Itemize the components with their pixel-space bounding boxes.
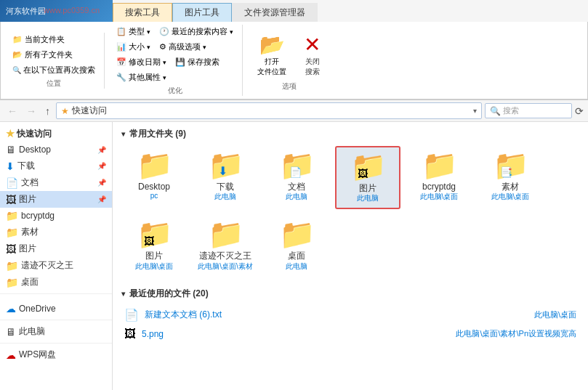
folder-thumbnail: 📁 <box>422 150 456 179</box>
recent-file-name: 新建文本文档 (6).txt <box>145 309 528 321</box>
ribbon-item-modify-date[interactable]: 📅修改日期▾ <box>113 55 169 69</box>
ribbon-item-size[interactable]: 📊大小▾ <box>113 40 153 54</box>
folder-item-material[interactable]: 📁 📑 素材 此电脑\桌面 <box>478 146 543 209</box>
folder-name: 图片 <box>359 183 376 193</box>
tab-file-explorer[interactable]: 文件资源管理器 <box>232 3 318 22</box>
folder-icon: 📁 <box>350 150 387 182</box>
sidebar-item-pictures[interactable]: 🖼 图片 📌 <box>0 191 112 208</box>
recent-files-header[interactable]: ▾ 最近使用的文件 (20) <box>121 288 579 300</box>
ribbon-item-type[interactable]: 📋类型▾ <box>113 25 153 38</box>
sidebar-section-quick-access: ★ 快速访问 <box>0 125 112 142</box>
forward-button[interactable]: → <box>23 104 39 118</box>
folder-icon: 📁 <box>137 218 173 250</box>
pin-icon: 📌 <box>97 179 106 187</box>
folder-thumbnail: 📁 🖼 <box>137 219 172 248</box>
sidebar-item-label: 图片 <box>19 243 36 255</box>
folder-icon: 📁 <box>6 227 18 238</box>
desktop-icon: 🖥 <box>6 144 16 155</box>
search-box[interactable]: 🔍 搜索 <box>485 103 572 118</box>
watermark: www.pc0359.cn <box>44 6 100 15</box>
back-button[interactable]: ← <box>4 104 20 118</box>
folder-thumbnail: 📁 📑 <box>493 150 528 179</box>
folder-path: 此电脑 <box>286 192 307 202</box>
folder-item-ruins[interactable]: 📁 遗迹不灭之王 此电脑\桌面\素材 <box>193 215 258 275</box>
ribbon-item-other-attr[interactable]: 🔧其他属性▾ <box>113 70 169 84</box>
pin-icon: 📌 <box>97 195 106 203</box>
sidebar-item-label: 素材 <box>21 226 39 238</box>
folder-path: 此电脑\桌面 <box>420 192 459 202</box>
folder-item-desktop[interactable]: 📁 Desktop pc <box>121 146 187 209</box>
address-bar[interactable]: ★ 快速访问 ▾ <box>56 102 482 119</box>
folder-thumbnail: 📁 <box>208 219 243 248</box>
folder-name: 图片 <box>145 251 163 261</box>
address-dropdown-icon[interactable]: ▾ <box>473 107 477 115</box>
sidebar-item-desktop2[interactable]: 📁 桌面 <box>0 274 112 291</box>
ribbon-btn-open-location[interactable]: 📂 打开文件位置 <box>251 30 292 80</box>
folder-path: 此电脑 <box>357 193 379 203</box>
doc-overlay-icon: 📄 <box>289 166 302 178</box>
folder-thumbnail: 📁 <box>279 219 314 248</box>
folder-item-pictures2[interactable]: 📁 🖼 图片 此电脑\桌面 <box>121 215 187 275</box>
doc-overlay-icon: 📑 <box>500 166 512 178</box>
ribbon-item-save-search[interactable]: 💾保存搜索 <box>172 55 222 69</box>
sidebar-item-onedrive[interactable]: ☁ OneDrive <box>0 301 112 317</box>
sidebar-item-ruins[interactable]: 📁 遗迹不灭之王 <box>0 257 112 274</box>
folder-name: 素材 <box>502 182 519 192</box>
documents-icon: 📄 <box>6 177 18 189</box>
folder-path: 此电脑\桌面 <box>491 192 530 202</box>
sidebar-item-material[interactable]: 📁 素材 <box>0 224 112 240</box>
recent-file-item-png[interactable]: 🖼 5.png 此电脑\桌面\素材\Pn设置视频宽高 <box>121 325 579 343</box>
sidebar-item-wps-cloud[interactable]: ☁ WPS网盘 <box>0 346 112 363</box>
ribbon-item-current-folder[interactable]: 📁当前文件夹 <box>9 33 98 46</box>
onedrive-icon: ☁ <box>6 303 16 314</box>
sidebar-item-label: Desktop <box>19 145 51 155</box>
ribbon-item-advanced[interactable]: ⚙高级选项▾ <box>156 40 209 54</box>
folder-item-pictures[interactable]: 📁 🖼 图片 此电脑 <box>335 146 400 209</box>
address-text: 快速访问 <box>72 105 470 117</box>
folder-item-downloads[interactable]: 📁 ⬇ 下载 此电脑 <box>193 146 258 209</box>
folder-icon: 📁 <box>6 210 18 222</box>
sidebar-item-label: 图片 <box>19 193 36 206</box>
sidebar-item-bcryptdg[interactable]: 📁 bcryptdg <box>0 208 112 224</box>
sidebar-item-downloads[interactable]: ⬇ 下载 📌 <box>0 158 112 174</box>
folder-icon: 📁 <box>279 218 315 250</box>
folder-item-documents[interactable]: 📁 📄 文档 此电脑 <box>264 146 329 209</box>
sidebar-item-documents[interactable]: 📄 文档 📌 <box>0 174 112 191</box>
ribbon-group-optimize-label: 优化 <box>168 86 182 96</box>
sidebar-item-pictures2[interactable]: 🖼 图片 <box>0 240 112 257</box>
ribbon-item-recent-search[interactable]: 🕐最近的搜索内容▾ <box>156 25 236 38</box>
ribbon-item-all-subfolders[interactable]: 📂所有子文件夹 <box>9 48 98 62</box>
folder-item-desktop2[interactable]: 📁 桌面 此电脑 <box>264 215 329 275</box>
sidebar-item-desktop[interactable]: 🖥 Desktop 📌 <box>0 142 112 158</box>
recent-file-item-txt[interactable]: 📄 新建文本文档 (6).txt 此电脑\桌面 <box>121 306 579 324</box>
address-star-icon: ★ <box>61 106 69 116</box>
folder-name: Desktop <box>138 182 170 192</box>
recent-file-path: 此电脑\桌面\素材\Pn设置视频宽高 <box>456 328 576 339</box>
ribbon-group-optimize: 📋类型▾ 🕐最近的搜索内容▾ 📊大小▾ ⚙高级选项▾ 📅修改日期▾ 💾保存搜索 … <box>108 25 243 96</box>
ribbon-item-search-again[interactable]: 🔍在以下位置再次搜索 <box>9 63 98 77</box>
sidebar-item-label: WPS网盘 <box>19 349 56 361</box>
sidebar: ★ 快速访问 🖥 Desktop 📌 ⬇ 下载 📌 📄 文档 📌 🖼 图片 📌 … <box>0 122 113 390</box>
sidebar-item-label: bcryptdg <box>21 211 55 221</box>
folder-name: 桌面 <box>288 251 305 261</box>
folder-path: pc <box>150 192 158 200</box>
folder-name: 遗迹不灭之王 <box>199 251 251 261</box>
folder-thumbnail: 📁 🖼 <box>350 152 385 181</box>
recent-file-path: 此电脑\桌面 <box>534 309 576 320</box>
folder-item-bcryptdg[interactable]: 📁 bcryptdg 此电脑\桌面 <box>406 146 472 209</box>
folder-path: 此电脑\桌面 <box>135 261 174 272</box>
folder-path: 此电脑\桌面\素材 <box>198 261 253 272</box>
sidebar-item-this-pc[interactable]: 🖥 此电脑 <box>0 323 112 340</box>
folder-icon: 📁 <box>208 218 244 250</box>
ribbon-group-options: 📂 打开文件位置 ✕ 关闭搜索 选项 <box>246 30 332 92</box>
frequent-folders-header[interactable]: ▾ 常用文件夹 (9) <box>121 128 579 140</box>
tab-picture-tools[interactable]: 图片工具 <box>172 3 232 22</box>
sidebar-item-label: 文档 <box>21 176 39 189</box>
refresh-button[interactable]: ⟳ <box>575 105 584 117</box>
up-button[interactable]: ↑ <box>42 104 53 118</box>
search-placeholder: 搜索 <box>503 105 519 116</box>
ribbon-btn-close-search[interactable]: ✕ 关闭搜索 <box>298 30 326 80</box>
chevron-down-icon: ▾ <box>121 130 125 138</box>
tab-search-tools[interactable]: 搜索工具 <box>113 3 172 22</box>
recent-files-title: 最近使用的文件 (20) <box>129 288 209 300</box>
